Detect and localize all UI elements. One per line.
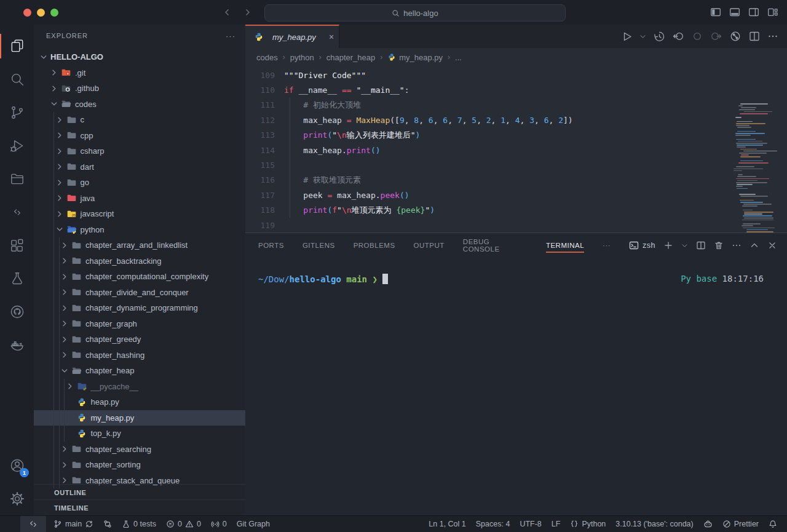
tree-item-csharp[interactable]: csharp [34,143,245,159]
code-line[interactable]: 114 max_heap.print() [245,143,787,157]
panel-tab-gitlens[interactable]: GITLENS [303,233,335,258]
run-dropdown-icon[interactable] [639,33,646,40]
tree-root-hello-algo[interactable]: HELLO-ALGO [34,49,245,65]
tree-item-.github[interactable]: .github [34,81,245,97]
tree-item-python[interactable]: python [34,222,245,238]
line-number[interactable]: 113 [245,130,275,140]
line-number[interactable]: 114 [245,146,275,155]
code-line[interactable]: 109"""Driver Code""" [245,68,787,82]
code-line[interactable]: 111 # 初始化大顶堆 [245,98,787,113]
code-line[interactable]: 115 [245,157,787,172]
zoom-window-button[interactable] [50,9,58,17]
status-feedback[interactable]: 0 [206,516,232,532]
tree-item-chapter_divide_and_conquer[interactable]: chapter_divide_and_conquer [34,285,245,301]
change-icon[interactable] [691,30,703,42]
tree-item-my_heap.py[interactable]: my_heap.py [34,410,245,426]
back-arrow-icon[interactable] [223,7,232,17]
split-terminal-icon[interactable] [696,240,706,250]
tree-item-dart[interactable]: dart [34,159,245,175]
activity-bar-item-project[interactable] [0,162,34,196]
tree-item-java[interactable]: java [34,191,245,207]
tree-item-c[interactable]: c [34,112,245,128]
tree-item-chapter_hashing[interactable]: chapter_hashing [34,347,245,363]
status-git-compare[interactable] [98,516,117,532]
status-eol[interactable]: LF [547,516,566,532]
explorer-more-actions-button[interactable]: ··· [226,31,235,41]
activity-bar-item-accounts[interactable]: 1 [0,449,34,482]
panel-tab-problems[interactable]: PROBLEMS [354,233,395,258]
activity-bar-item-github[interactable] [0,295,34,328]
layout-sidebar-right-icon[interactable] [748,7,759,18]
panel-tabs-more-button[interactable]: ··· [603,233,611,258]
status-problems[interactable]: 00 [161,516,206,532]
status-git-graph[interactable]: Git Graph [232,516,275,532]
breadcrumb-item-codes[interactable]: codes [256,53,278,62]
tree-item-top_k.py[interactable]: top_k.py [34,426,245,442]
run-icon[interactable] [620,30,633,42]
breadcrumb-item--[interactable]: ... [455,53,462,62]
tree-item-chapter_array_and_linkedlist[interactable]: chapter_array_and_linkedlist [34,237,245,253]
forward-arrow-icon[interactable] [242,7,252,17]
status-python-interpreter[interactable]: 3.10.13 ('base': conda) [611,516,698,532]
line-number[interactable]: 115 [245,161,275,170]
tree-item-go[interactable]: go [34,175,245,191]
status-indentation[interactable]: Spaces: 4 [471,516,515,532]
code-line[interactable]: 113 print("\n输入列表并建堆后") [245,128,787,143]
status-encoding[interactable]: UTF-8 [515,516,546,532]
breadcrumb-item-my-heap-py[interactable]: my_heap.py [387,53,443,62]
tree-item-chapter_heap[interactable]: chapter_heap [34,363,245,379]
minimize-window-button[interactable] [37,9,45,17]
minimap[interactable] [734,103,783,251]
code-editor[interactable]: 109"""Driver Code"""110if __name__ == "_… [245,66,787,234]
activity-bar-item-search[interactable] [0,63,34,96]
code-line[interactable]: 118 print(f"\n堆顶元素为 {peek}") [245,203,787,218]
more-icon[interactable] [767,31,778,42]
maximize-panel-icon[interactable] [749,240,759,250]
outline-section[interactable]: OUTLINE [34,484,245,500]
command-center-search[interactable]: hello-algo [264,4,566,22]
activity-bar-item-settings[interactable] [0,482,34,515]
tree-item-cpp[interactable]: cpp [34,128,245,144]
activity-bar-item-docker[interactable] [0,328,34,362]
line-number[interactable]: 112 [245,116,275,125]
terminal-dropdown-icon[interactable] [681,242,688,249]
status-language-mode[interactable]: Python [565,516,611,532]
tree-item-chapter_dynamic_programming[interactable]: chapter_dynamic_programming [34,300,245,316]
code-line[interactable]: 116 # 获取堆顶元素 [245,173,787,188]
line-number[interactable]: 117 [245,191,275,200]
tree-item-.git[interactable]: .git [34,65,245,81]
prev-change-icon[interactable] [672,30,684,42]
status-cursor-position[interactable]: Ln 1, Col 1 [424,516,470,532]
timeline-icon[interactable] [653,30,665,42]
close-window-button[interactable] [23,9,31,17]
activity-bar-item-extensions[interactable] [0,229,34,262]
activity-bar-item-testing[interactable] [0,262,34,295]
status-prettier[interactable]: Prettier [718,516,764,532]
status-tests[interactable]: 0 tests [117,516,161,532]
next-change-icon[interactable] [710,30,722,42]
tree-item-chapter_greedy[interactable]: chapter_greedy [34,332,245,347]
split-editor-icon[interactable] [748,30,761,42]
activity-bar-item-run-debug[interactable] [0,129,34,162]
breadcrumb-item-chapter-heap[interactable]: chapter_heap [326,53,376,62]
activity-bar-item-explorer[interactable] [0,30,34,63]
code-line[interactable]: 117 peek = max_heap.peek() [245,188,787,202]
terminal-shell-select[interactable]: zsh [629,240,655,250]
tree-item-__pycache__[interactable]: __pycache__ [34,379,245,395]
line-number[interactable]: 111 [245,100,275,109]
panel-tab-ports[interactable]: PORTS [258,233,284,258]
kill-terminal-icon[interactable] [714,240,724,250]
panel-tab-terminal[interactable]: TERMINAL [546,233,584,258]
status-git-branch[interactable]: main [49,516,98,532]
panel-more-icon[interactable] [732,240,742,250]
tree-item-codes[interactable]: codes [34,97,245,113]
line-number[interactable]: 118 [245,205,275,215]
layout-panel-icon[interactable] [729,7,740,18]
terminal[interactable]: ~/Dow/hello-algo main ❯ Py base 18:17:16 [245,258,787,284]
activity-bar-item-remote[interactable] [0,196,34,229]
status-copilot[interactable] [698,516,718,532]
new-terminal-icon[interactable] [663,240,673,250]
tree-item-chapter_computational_complexity[interactable]: chapter_computational_complexity [34,269,245,285]
gitlens-graph-icon[interactable] [729,30,742,42]
tree-item-chapter_backtracking[interactable]: chapter_backtracking [34,253,245,269]
